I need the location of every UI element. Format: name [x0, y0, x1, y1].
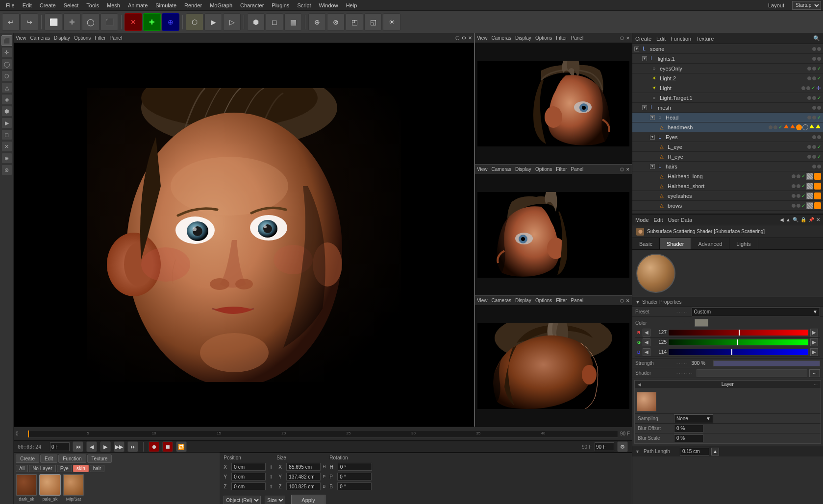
vp-mr-settings[interactable]: ⬡: [620, 167, 624, 172]
vp-tr-options[interactable]: Options: [535, 35, 552, 41]
blur-scale-input[interactable]: [674, 434, 703, 442]
obj-hairshort[interactable]: △ Hairhead_short ✓: [632, 181, 823, 191]
color-preview[interactable]: [695, 319, 708, 327]
size-mode-select[interactable]: Size: [265, 496, 285, 504]
attr-back-icon[interactable]: ◀: [780, 217, 784, 222]
shader-tab-basic[interactable]: Basic: [632, 238, 660, 249]
r-down-btn[interactable]: ◀: [643, 329, 650, 336]
g-down-btn[interactable]: ◀: [643, 338, 650, 346]
hm-dot1[interactable]: [769, 125, 773, 129]
le-dot2[interactable]: [812, 145, 816, 149]
tool-rotate[interactable]: ◯: [1, 59, 12, 70]
filter-all[interactable]: All: [16, 465, 28, 472]
hs-dot1[interactable]: [792, 184, 796, 188]
menu-help[interactable]: Help: [342, 1, 361, 9]
lights1-expand[interactable]: ▼: [642, 56, 647, 61]
vp-tr-view[interactable]: View: [477, 35, 488, 41]
obj-lights1[interactable]: ▼ L lights.1: [632, 54, 823, 64]
re-dot1[interactable]: [807, 155, 811, 159]
mirror-btn[interactable]: ⊗: [327, 13, 345, 31]
menu-simulate[interactable]: Simulate: [151, 1, 180, 9]
strength-bar[interactable]: [713, 360, 820, 366]
menu-render[interactable]: Render: [180, 1, 206, 9]
play-btn[interactable]: ▶: [100, 441, 111, 452]
light-tool-btn[interactable]: ☀: [383, 13, 400, 31]
el-dot1[interactable]: [792, 194, 796, 198]
vp-panel[interactable]: Panel: [110, 35, 123, 41]
viewport-bot-right[interactable]: View Cameras Display Options Filter Pane…: [475, 296, 632, 427]
obj-search-icon[interactable]: 🔍: [813, 35, 820, 42]
obj-headmesh[interactable]: △ headmesh ✓: [632, 122, 823, 132]
vp-mr-cameras[interactable]: Cameras: [492, 167, 512, 172]
b-bar[interactable]: [668, 349, 809, 356]
tool-9[interactable]: ◻: [1, 129, 12, 140]
vp-expand-icon[interactable]: ⬡: [455, 35, 460, 41]
sculpt-btn[interactable]: ◰: [346, 13, 363, 31]
vp-filter[interactable]: Filter: [95, 35, 105, 41]
filter-nolayer[interactable]: No Layer: [29, 465, 56, 472]
attr-edit[interactable]: Edit: [654, 217, 663, 223]
scene-dot2[interactable]: [817, 47, 821, 51]
menu-select[interactable]: Select: [60, 1, 83, 9]
swatch-palesk-preview[interactable]: [39, 474, 61, 496]
scene-expand[interactable]: ▼: [634, 47, 639, 51]
z-btn[interactable]: ⊕: [162, 13, 179, 31]
obj-eyelashes[interactable]: △ eyelashes ✓: [632, 191, 823, 201]
vp-br-display[interactable]: Display: [515, 298, 531, 303]
end-frame-input[interactable]: [595, 442, 614, 451]
stop-btn[interactable]: ⏹: [162, 441, 173, 452]
tool-11[interactable]: ⊕: [1, 153, 12, 164]
attr-lock-icon[interactable]: 🔒: [800, 217, 806, 222]
preset-dropdown[interactable]: Custom ▼: [692, 308, 820, 316]
menu-plugins[interactable]: Plugins: [268, 1, 293, 9]
attr-close-icon[interactable]: ✕: [816, 217, 820, 222]
lt-dot2[interactable]: [812, 96, 816, 100]
vp-mr-panel[interactable]: Panel: [571, 167, 584, 172]
obj-mesh[interactable]: ▼ L mesh: [632, 103, 823, 113]
attr-fwd-icon[interactable]: ▲: [786, 217, 791, 222]
prev-frame-btn[interactable]: ◀: [86, 441, 97, 452]
attr-mode[interactable]: Mode: [635, 217, 649, 223]
obj-reye[interactable]: △ R_eye ✓: [632, 152, 823, 162]
swatch-mipsat[interactable]: Mip/Sat: [63, 474, 84, 502]
br-dot1[interactable]: [792, 204, 796, 208]
vp-cameras[interactable]: Cameras: [30, 35, 50, 41]
obj-function[interactable]: Function: [671, 36, 691, 42]
rotate-tool-btn[interactable]: ◯: [82, 13, 100, 31]
menu-create[interactable]: Create: [36, 1, 60, 9]
next-frame-btn[interactable]: ▶▶: [114, 441, 125, 452]
filter-skin[interactable]: skin: [73, 465, 89, 472]
vp-tr-settings[interactable]: ⬡: [620, 36, 624, 41]
hairs-dot1[interactable]: [812, 165, 816, 168]
head-dot2[interactable]: [812, 116, 816, 120]
apply-button[interactable]: Apply: [291, 495, 325, 504]
vp-tr-panel[interactable]: Panel: [571, 35, 584, 41]
array-btn[interactable]: ▦: [284, 13, 302, 31]
menu-file[interactable]: File: [2, 1, 19, 9]
record-btn[interactable]: ⏺: [149, 441, 159, 452]
render-region-btn[interactable]: ▶: [204, 13, 222, 31]
tool-12[interactable]: ⊗: [1, 165, 12, 175]
vp-br-panel[interactable]: Panel: [571, 298, 584, 303]
viewport2-btn[interactable]: ◻: [266, 13, 283, 31]
attr-pin-icon[interactable]: 📌: [808, 217, 814, 222]
shader-tab-lights[interactable]: Lights: [729, 238, 758, 249]
viewport-btn[interactable]: ⬢: [247, 13, 265, 31]
menu-edit[interactable]: Edit: [19, 1, 36, 9]
vp-view[interactable]: View: [16, 35, 26, 41]
swatch-darksk-preview[interactable]: [16, 474, 37, 496]
g-up-btn[interactable]: ▶: [810, 338, 818, 346]
layer-right-btn[interactable]: ···: [814, 382, 818, 387]
re-dot2[interactable]: [812, 155, 816, 159]
eyes-dot1[interactable]: [812, 135, 816, 139]
tool-8[interactable]: ▶: [1, 118, 12, 128]
le-dot1[interactable]: [807, 145, 811, 149]
path-length-arrow[interactable]: ▲: [711, 448, 719, 456]
light2-dot2[interactable]: [812, 76, 816, 80]
obj-light[interactable]: ☀ Light ✓ ✛: [632, 83, 823, 93]
scale-tool-btn[interactable]: ⬛: [100, 13, 118, 31]
hairs-expand[interactable]: ▼: [650, 164, 655, 169]
hl-dot1[interactable]: [792, 174, 796, 178]
mesh-dot2[interactable]: [817, 106, 821, 110]
frame-input[interactable]: [50, 442, 70, 451]
